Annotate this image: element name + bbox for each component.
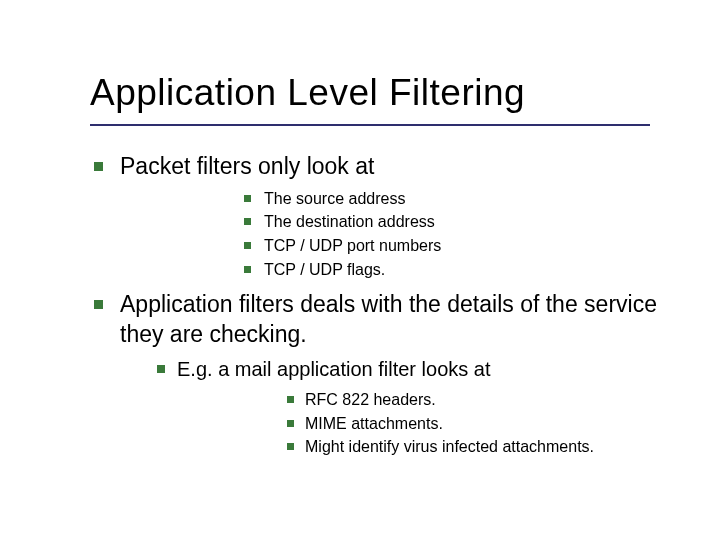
bullet-list-level3: RFC 822 headers. MIME attachments. Might… — [177, 389, 670, 458]
bullet-list-level2: E.g. a mail application filter looks at … — [120, 356, 670, 458]
list-item-text: TCP / UDP flags. — [264, 261, 385, 278]
list-item: Packet filters only look at The source a… — [90, 152, 670, 280]
list-item: MIME attachments. — [285, 413, 670, 435]
list-item-text: The source address — [264, 190, 405, 207]
list-item-text: The destination address — [264, 213, 435, 230]
list-item-text: Application filters deals with the detai… — [120, 291, 657, 347]
list-item: The source address — [242, 188, 670, 210]
list-item: Might identify virus infected attachment… — [285, 436, 670, 458]
bullet-list-level1: Packet filters only look at The source a… — [90, 152, 670, 458]
list-item-text: Might identify virus infected attachment… — [305, 438, 594, 455]
list-item-text: RFC 822 headers. — [305, 391, 436, 408]
slide-title: Application Level Filtering — [90, 72, 670, 114]
list-item: TCP / UDP port numbers — [242, 235, 670, 257]
list-item: TCP / UDP flags. — [242, 259, 670, 281]
slide: Application Level Filtering Packet filte… — [0, 0, 720, 540]
title-underline — [90, 124, 650, 126]
list-item-text: E.g. a mail application filter looks at — [177, 358, 491, 380]
list-item-text: TCP / UDP port numbers — [264, 237, 441, 254]
list-item: Application filters deals with the detai… — [90, 290, 670, 458]
list-item-text: Packet filters only look at — [120, 153, 374, 179]
list-item: RFC 822 headers. — [285, 389, 670, 411]
list-item: E.g. a mail application filter looks at … — [155, 356, 670, 458]
bullet-list-level2: The source address The destination addre… — [120, 188, 670, 280]
list-item: The destination address — [242, 211, 670, 233]
list-item-text: MIME attachments. — [305, 415, 443, 432]
